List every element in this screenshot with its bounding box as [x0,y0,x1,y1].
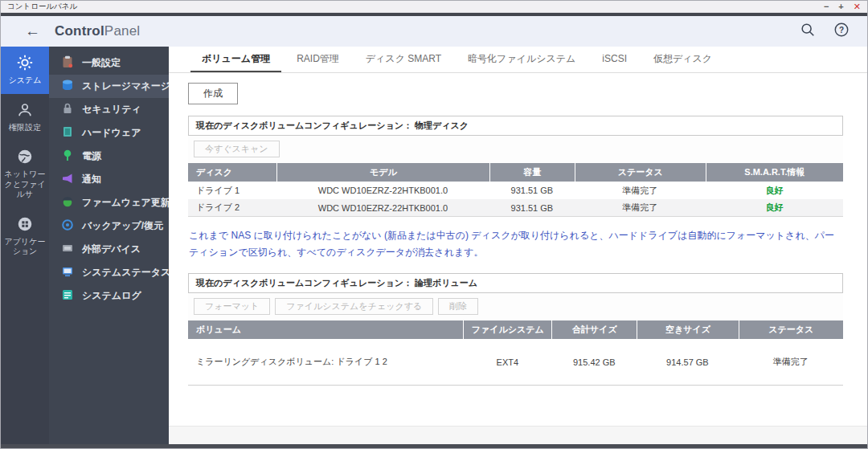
cell-volume: ミラーリングディスクボリューム: ドライブ 1 2 [188,339,463,385]
search-icon [800,22,816,41]
cell-disk: ドライブ 1 [188,182,276,199]
settings-sidebar: 一般設定 ストレージマネージャー セキュリティ ハードウェア 電源 通知 [49,47,169,449]
format-button[interactable]: フォーマット [194,298,270,315]
column-header-model: モデル [276,163,489,182]
format-warning-notice: これまで NAS に取り付けられたことがない (新品または中古の) ディスクが取… [189,227,842,261]
os-titlebar: コントロールパネル − + ✕ [1,1,867,13]
back-button[interactable]: ← [25,22,40,40]
cell-smart-status: 良好 [706,199,843,216]
rail-item-system[interactable]: システム [1,47,49,94]
rail-item-privilege[interactable]: 権限設定 [1,94,49,141]
column-header-total-size: 合計サイズ [551,320,637,339]
sidebar-item-system-logs[interactable]: システムログ [49,284,169,308]
storage-cylinder-icon [61,79,74,94]
cell-filesystem: EXT4 [463,339,551,385]
sidebar-item-hardware[interactable]: ハードウェア [49,121,169,145]
app-title-light: Panel [104,23,140,39]
rail-item-network[interactable]: ネットワークとファイルサ [1,141,49,208]
app-title-bold: Control [55,23,104,39]
physical-disk-panel: 現在のディスクボリュームコンフィギュレーション： 物理ディスク 今すぐスキャン … [188,116,843,217]
minimize-button[interactable]: − [824,2,829,11]
cell-status: 準備完了 [739,339,843,385]
window-title: コントロールパネル [7,2,77,12]
cell-disk: ドライブ 2 [188,199,276,216]
cell-model: WDC WD10EZRZ-22HTKB001.0 [276,199,489,216]
close-button[interactable]: ✕ [854,2,861,11]
window-bottom-edge [1,444,867,448]
tab-raid-management[interactable]: RAID管理 [285,47,350,72]
column-header-free-size: 空きサイズ [637,320,738,339]
sidebar-item-label: システムログ [82,289,141,303]
sidebar-item-storage-manager[interactable]: ストレージマネージャー [49,75,169,98]
sidebar-item-firmware-update[interactable]: ファームウェア更新 [49,191,169,214]
logical-volume-panel: 現在のディスクボリュームコンフィギュレーション： 論理ボリューム フォーマット … [188,273,843,386]
monitor-icon [61,265,74,280]
sidebar-item-label: セキュリティ [82,103,141,116]
sidebar-item-power[interactable]: 電源 [49,145,169,168]
column-header-volume: ボリューム [188,320,463,339]
power-pin-icon [61,149,74,164]
physical-table-row[interactable]: ドライブ 1 WDC WD10EZRZ-22HTKB001.0 931.51 G… [188,182,843,199]
physical-table-row[interactable]: ドライブ 2 WDC WD10EZRZ-22HTKB001.0 931.51 G… [188,199,843,217]
app-title: ControlPanel [55,23,140,39]
external-device-icon [61,242,74,257]
sidebar-item-label: ハードウェア [82,126,141,140]
physical-panel-title: 現在のディスクボリュームコンフィギュレーション： 物理ディスク [188,116,843,136]
user-icon [16,101,34,119]
sidebar-item-label: システムステータス [82,266,170,280]
check-filesystem-button[interactable]: ファイルシステムをチェックする [275,298,433,315]
window-controls: − + ✕ [824,2,861,11]
cell-capacity: 931.51 GB [489,199,575,216]
cell-status: 準備完了 [575,199,706,216]
cell-free-size: 914.57 GB [637,339,738,385]
logical-panel-title: 現在のディスクボリュームコンフィギュレーション： 論理ボリューム [188,273,843,293]
apps-icon [16,215,34,233]
globe-icon [16,148,34,165]
cell-status: 準備完了 [575,182,706,199]
category-rail: システム 権限設定 ネットワークとファイルサ アプリケーション [1,47,49,449]
firmware-update-icon [61,195,74,210]
search-button[interactable] [800,22,816,41]
rail-item-label: システム [9,76,42,86]
cell-capacity: 931.51 GB [489,182,575,199]
sidebar-item-security[interactable]: セキュリティ [49,98,169,121]
lock-icon [61,102,74,117]
backup-restore-icon [61,218,74,234]
tab-virtual-disk[interactable]: 仮想ディスク [642,47,723,72]
tab-content: 作成 現在のディスクボリュームコンフィギュレーション： 物理ディスク 今すぐスキ… [169,73,867,386]
megaphone-icon [61,172,74,187]
delete-button[interactable]: 削除 [438,298,478,315]
scan-now-button[interactable]: 今すぐスキャン [194,141,280,157]
column-header-status: ステータス [739,320,843,339]
main-panel: ボリューム管理 RAID管理 ディスク SMART 暗号化ファイルシステム iS… [169,47,867,449]
help-icon: ? [833,22,850,41]
tab-bar: ボリューム管理 RAID管理 ディスク SMART 暗号化ファイルシステム iS… [169,47,867,73]
physical-table-header: ディスク モデル 容量 ステータス S.M.A.R.T.情報 [188,163,843,182]
sidebar-item-label: バックアップ/復元 [82,219,163,233]
sidebar-item-external-device[interactable]: 外部デバイス [49,238,169,261]
tab-encrypted-filesystem[interactable]: 暗号化ファイルシステム [457,47,587,72]
log-icon [61,288,74,304]
sidebar-item-label: ファームウェア更新 [82,196,170,210]
sidebar-item-general-settings[interactable]: 一般設定 [49,51,169,75]
column-header-capacity: 容量 [489,163,575,182]
help-button[interactable]: ? [833,22,850,41]
cell-smart-status: 良好 [706,182,843,199]
tab-volume-management[interactable]: ボリューム管理 [190,47,281,72]
rail-item-applications[interactable]: アプリケーション [1,208,49,265]
logical-table-row[interactable]: ミラーリングディスクボリューム: ドライブ 1 2 EXT4 915.42 GB… [188,339,843,386]
sidebar-item-notification[interactable]: 通知 [49,168,169,191]
sidebar-item-label: 電源 [82,149,101,163]
create-button[interactable]: 作成 [188,83,238,104]
column-header-smart: S.M.A.R.T.情報 [706,163,843,182]
column-header-status: ステータス [575,163,706,182]
clipboard-icon [61,55,74,71]
svg-text:?: ? [839,26,844,35]
tab-disk-smart[interactable]: ディスク SMART [354,47,452,72]
sidebar-item-system-status[interactable]: システムステータス [49,261,169,284]
maximize-button[interactable]: + [838,2,843,11]
control-panel-window: コントロールパネル − + ✕ ← ControlPanel ? システム 権限 [0,0,868,449]
rail-item-label: ネットワークとファイルサ [2,169,47,200]
tab-iscsi[interactable]: iSCSI [591,47,638,72]
sidebar-item-backup-restore[interactable]: バックアップ/復元 [49,214,169,238]
